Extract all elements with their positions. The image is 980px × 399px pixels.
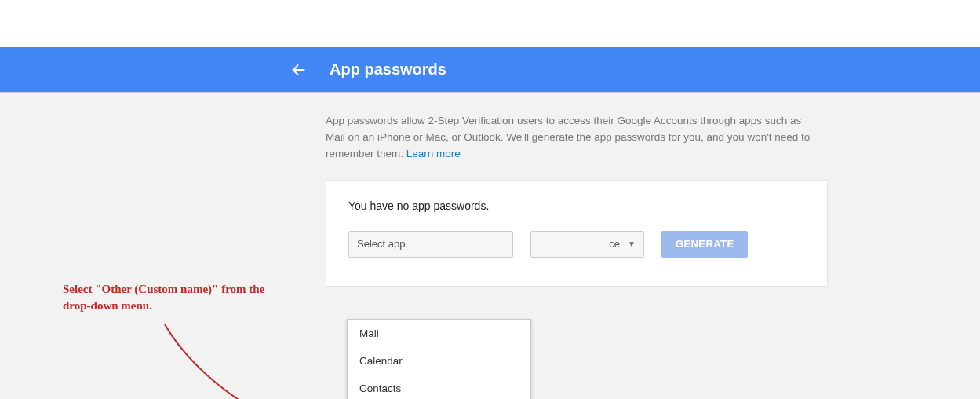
select-device-label: ce: [609, 238, 620, 250]
controls-row: Select app ce ▼ GENERATE: [348, 231, 805, 258]
annotation-arrow-icon: [149, 317, 361, 399]
description-body: App passwords allow 2-Step Verification …: [326, 115, 810, 159]
learn-more-link[interactable]: Learn more: [406, 148, 461, 159]
back-arrow-icon[interactable]: [290, 61, 308, 79]
header-bar: App passwords: [0, 47, 980, 93]
caret-down-icon: ▼: [628, 240, 636, 248]
dropdown-item-contacts[interactable]: Contacts: [348, 375, 530, 399]
dropdown-item-calendar[interactable]: Calendar: [348, 347, 530, 375]
no-passwords-message: You have no app passwords.: [348, 200, 805, 212]
description-text: App passwords allow 2-Step Verification …: [326, 113, 820, 163]
select-device-dropdown[interactable]: ce ▼: [530, 231, 644, 258]
app-passwords-card: You have no app passwords. Select app ce…: [326, 180, 828, 287]
annotation-text: Select "Other (Custom name)" from the dr…: [63, 281, 267, 314]
generate-button[interactable]: GENERATE: [661, 231, 748, 258]
page-title: App passwords: [330, 60, 446, 79]
app-dropdown-menu: Mail Calendar Contacts YouTube Other (Cu…: [347, 319, 531, 399]
select-app-label: Select app: [357, 238, 405, 250]
select-app-dropdown[interactable]: Select app: [348, 231, 513, 258]
dropdown-item-mail[interactable]: Mail: [348, 320, 530, 347]
